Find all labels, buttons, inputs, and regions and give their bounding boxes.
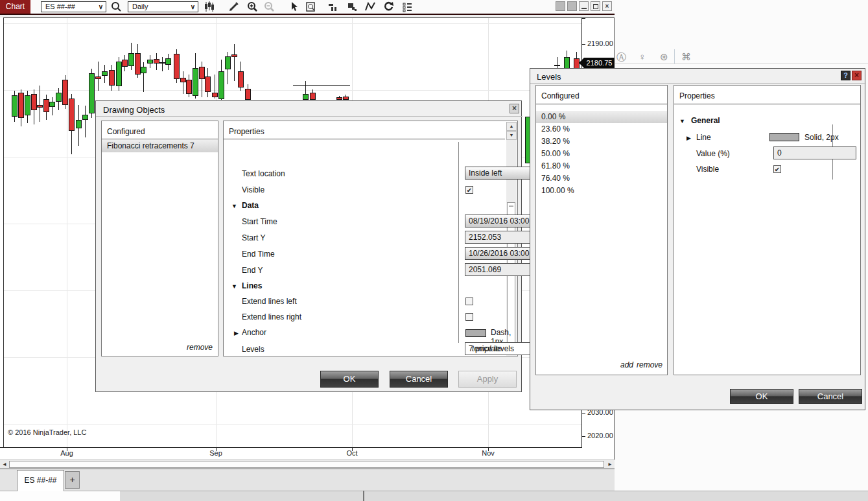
candle-body	[56, 93, 62, 102]
desktop-strip	[0, 491, 868, 501]
scroll-left-icon[interactable]: ◄	[1, 461, 8, 469]
last-price-tag: 2180.75	[584, 58, 615, 68]
list-item[interactable]: 61.80 %	[536, 160, 667, 172]
scroll-down-icon[interactable]: ▼	[506, 131, 517, 140]
general-section-label: General	[691, 116, 720, 125]
apply-button[interactable]: Apply	[458, 371, 517, 388]
extend-lines-left-checkbox[interactable]	[465, 297, 473, 305]
levels-configured-list[interactable]: 0.00 %23.60 %38.20 %50.00 %61.80 %76.40 …	[536, 111, 667, 197]
add-tab-button[interactable]: +	[65, 471, 80, 489]
configured-panel: Configured Fibonacci retracements 7 remo…	[101, 121, 218, 356]
candle-body	[135, 53, 141, 75]
template-link[interactable]: template	[472, 344, 502, 353]
section-collapsed-icon[interactable]: ▶	[234, 330, 239, 336]
add-link[interactable]: add	[620, 360, 633, 369]
visible-checkbox[interactable]	[465, 186, 473, 194]
candle-body	[69, 99, 75, 131]
candle-body	[180, 78, 186, 82]
section-expanded-icon[interactable]: ▼	[231, 203, 237, 209]
close-icon[interactable]: ×	[852, 71, 862, 80]
candle-wick	[40, 86, 40, 122]
start-y-label: Start Y	[242, 233, 265, 242]
price-tick	[581, 436, 585, 437]
fibonacci-anchor-line[interactable]	[293, 85, 350, 86]
extend-lines-left-label: Extend lines left	[242, 297, 297, 306]
configured-header: Configured	[541, 91, 580, 100]
properties-panel: Properties ▲ ▼ Text location Inside left…	[223, 121, 518, 356]
ok-button[interactable]: OK	[730, 389, 793, 404]
section-expanded-icon[interactable]: ▼	[679, 118, 685, 124]
line-label: Line	[696, 133, 711, 142]
candle-body	[89, 73, 95, 113]
candle-body	[82, 115, 88, 120]
properties-header: Properties	[229, 127, 264, 136]
candle-body	[128, 53, 134, 66]
horizontal-scrollbar[interactable]: ◄ ►	[0, 460, 615, 469]
annotate-icon: Ⓐ	[616, 51, 626, 64]
list-item[interactable]: 76.40 %	[536, 172, 667, 185]
section-collapsed-icon[interactable]: ▶	[686, 135, 691, 141]
tab-instrument[interactable]: ES ##-##	[17, 470, 64, 491]
candle-body	[31, 94, 37, 110]
list-item[interactable]: 50.00 %	[536, 148, 667, 160]
anchor-line-swatch[interactable]	[465, 329, 486, 337]
copyright-text: © 2016 NinjaTrader, LLC	[8, 428, 86, 436]
candle-body	[43, 99, 49, 112]
extend-lines-right-checkbox[interactable]	[465, 313, 473, 321]
section-expanded-icon[interactable]: ▼	[231, 283, 237, 290]
header-underline	[674, 104, 860, 104]
configured-list[interactable]: Fibonacci retracements 7	[102, 140, 218, 152]
scroll-up-icon[interactable]: ▲	[506, 122, 517, 131]
candle-body	[159, 62, 165, 64]
chart-tab-bar: ES ##-## +	[0, 469, 615, 491]
configured-header: Configured	[107, 127, 145, 136]
candle-body	[37, 105, 43, 108]
header-underline	[102, 139, 218, 139]
lines-section-label: Lines	[242, 281, 262, 290]
candle-body	[343, 97, 349, 100]
configured-panel: Configured 0.00 %23.60 %38.20 %50.00 %61…	[535, 85, 668, 375]
marker-icon: ♀	[639, 51, 646, 62]
properties-header: Properties	[679, 91, 715, 100]
list-item[interactable]: 23.60 %	[536, 123, 667, 135]
candle-body	[154, 59, 159, 64]
scroll-right-icon[interactable]: ►	[606, 461, 614, 469]
ok-button[interactable]: OK	[320, 371, 379, 388]
cancel-button[interactable]: Cancel	[799, 389, 862, 404]
candle-body	[231, 54, 237, 57]
candle-wick	[162, 57, 163, 71]
title-separator	[530, 83, 866, 84]
value-pct-input[interactable]	[773, 146, 856, 159]
candle-body	[554, 65, 560, 66]
levels-label: Levels	[242, 345, 264, 354]
candle-body	[199, 67, 205, 79]
candle-body	[225, 56, 231, 69]
visible-label: Visible	[696, 165, 719, 174]
candle-body	[95, 76, 101, 79]
close-icon[interactable]: ×	[510, 104, 519, 113]
start-time-label: Start Time	[242, 217, 277, 226]
cancel-button[interactable]: Cancel	[390, 371, 448, 388]
candle-wick	[557, 57, 557, 68]
list-item[interactable]: 38.20 %	[536, 135, 667, 148]
list-item[interactable]: 100.00 %	[536, 185, 667, 197]
line-swatch[interactable]	[769, 133, 799, 141]
candle-body	[336, 97, 342, 100]
candle-body	[218, 71, 224, 99]
remove-link[interactable]: remove	[637, 360, 663, 369]
list-item[interactable]: Fibonacci retracements 7	[102, 140, 218, 152]
help-icon[interactable]: ?	[841, 71, 850, 80]
header-underline	[536, 104, 667, 104]
remove-link[interactable]: remove	[187, 343, 213, 352]
candle-body	[76, 120, 82, 128]
background-app-border	[615, 64, 868, 64]
candle-body	[212, 93, 218, 97]
candle-body	[18, 93, 24, 118]
candle-body	[238, 71, 244, 87]
command-icon: ⌘	[681, 51, 691, 63]
visible-checkbox[interactable]	[773, 165, 781, 173]
candle-body	[245, 89, 251, 100]
list-item[interactable]: 0.00 %	[536, 111, 667, 123]
candle-body	[116, 62, 122, 86]
scrollbar-thumb[interactable]	[9, 461, 604, 468]
